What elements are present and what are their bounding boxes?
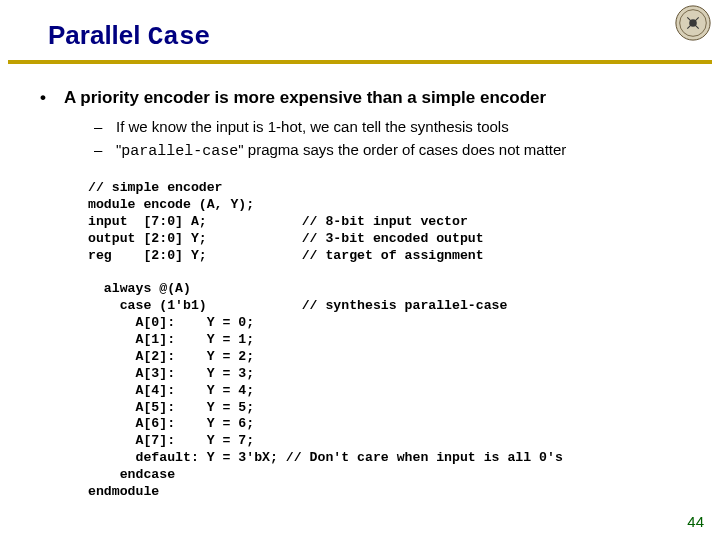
subpoint-dash: – <box>94 116 116 139</box>
main-bullet: • A priority encoder is more expensive t… <box>40 88 700 108</box>
page-number: 44 <box>687 513 704 530</box>
subpoint-dash: – <box>94 139 116 162</box>
subpoints: – If we know the input is 1-hot, we can … <box>94 116 700 162</box>
subpoint-text: "parallel-case" pragma says the order of… <box>116 139 566 162</box>
content-area: • A priority encoder is more expensive t… <box>0 64 720 501</box>
bullet-text: A priority encoder is more expensive tha… <box>64 88 546 108</box>
slide-title: Parallel Case <box>48 20 720 52</box>
subpoint: – "parallel-case" pragma says the order … <box>94 139 700 162</box>
subpoint-text: If we know the input is 1-hot, we can te… <box>116 116 509 139</box>
seal-logo <box>674 4 712 42</box>
bullet-dot: • <box>40 88 64 108</box>
slide-title-wrap: Parallel Case <box>0 0 720 52</box>
title-part2: Case <box>148 22 210 52</box>
subpoint: – If we know the input is 1-hot, we can … <box>94 116 700 139</box>
title-part1: Parallel <box>48 20 148 50</box>
svg-point-2 <box>689 19 697 27</box>
code-block: // simple encoder module encode (A, Y); … <box>88 180 700 501</box>
